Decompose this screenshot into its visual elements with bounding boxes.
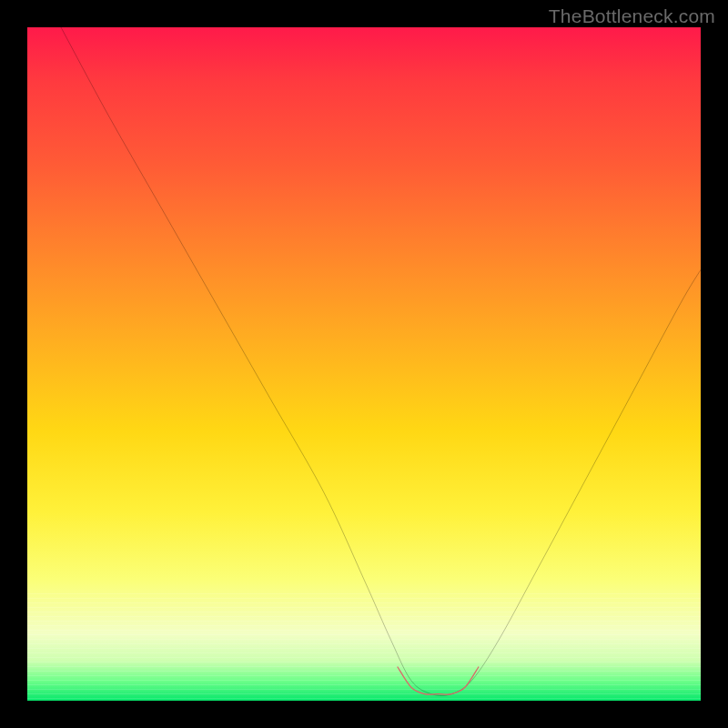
curve-layer [27,27,701,701]
optimal-band-marker-path [398,667,479,694]
plot-area [27,27,701,701]
chart-frame: TheBottleneck.com [0,0,728,728]
watermark-text: TheBottleneck.com [549,5,715,27]
bottleneck-curve-path [61,27,701,695]
